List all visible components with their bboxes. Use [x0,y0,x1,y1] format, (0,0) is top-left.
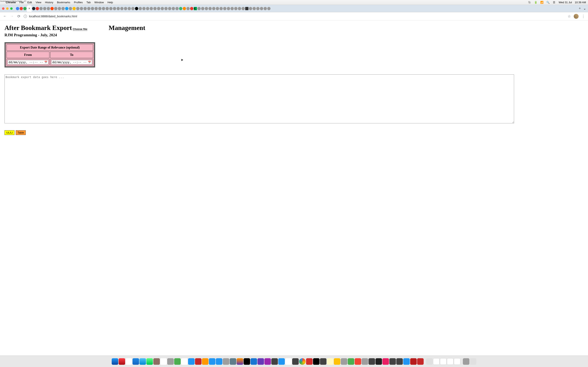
site-info-icon[interactable]: i [24,15,27,18]
wifi-icon[interactable]: 📶 [540,1,544,4]
tab-favicon[interactable] [120,7,123,10]
tab-favicon[interactable] [51,7,54,10]
tab-favicon[interactable] [245,7,249,10]
tab-favicon[interactable] [186,7,190,10]
tab-favicon[interactable] [98,7,102,10]
tab-favicon[interactable] [61,7,65,10]
tab-favicon[interactable] [47,7,50,10]
address-bar[interactable]: i localhost:8888/dated_bookmarks.html [24,15,565,18]
tab-favicon[interactable] [131,7,135,10]
from-datetime-input[interactable]: dd/mm/yyyy, --:-- -- 📅 [8,60,48,64]
tab-favicon[interactable] [175,7,179,10]
tab-favicon[interactable] [219,7,223,10]
tab-favicon[interactable] [252,7,256,10]
battery-icon[interactable]: 🔋 [534,1,537,4]
tab-favicon[interactable] [95,7,98,10]
tab-favicon[interactable] [183,7,186,10]
tab-favicon[interactable] [58,7,61,10]
tab-favicon[interactable] [124,7,127,10]
tab-favicon[interactable] [80,7,83,10]
menu-tab[interactable]: Tab [86,1,91,4]
tab-favicon[interactable] [65,7,68,10]
chrome-menu-icon[interactable]: ⋮ [581,14,585,18]
ulli-button[interactable]: UL/LI [4,130,15,135]
control-center-icon[interactable]: ☰ [553,1,556,4]
menu-help[interactable]: Help [108,1,113,4]
menu-view[interactable]: View [35,1,41,4]
back-button[interactable]: ← [3,14,7,18]
reload-button[interactable]: ⟳ [17,14,21,18]
tab-favicon[interactable] [16,7,19,10]
menubar-time[interactable]: 10:39 AM [575,1,586,4]
tab-favicon[interactable] [227,7,230,10]
tab-favicon[interactable] [256,7,259,10]
tab-favicon[interactable] [105,7,109,10]
tab-favicon[interactable] [91,7,94,10]
choose-files-button[interactable]: Choose files [73,27,87,31]
tab-favicon[interactable] [39,7,43,10]
tab-favicon[interactable] [238,7,241,10]
tab-favicon[interactable] [205,7,208,10]
tab-favicon[interactable] [267,7,270,10]
menu-profiles[interactable]: Profiles [74,1,83,4]
tab-favicon[interactable] [179,7,182,10]
maximize-window-button[interactable] [10,7,13,10]
tab-favicon[interactable] [54,7,57,10]
spotlight-icon[interactable]: 🔍 [546,1,550,4]
minimize-window-button[interactable] [6,7,9,10]
active-tab[interactable]: ✕ [27,5,32,12]
tab-favicon[interactable] [43,7,46,10]
tab-favicon[interactable] [264,7,267,10]
new-tab-button[interactable]: + [577,6,582,11]
mamp-icon[interactable]: 🐘 [528,1,531,4]
tab-favicon[interactable] [172,7,175,10]
to-datetime-input[interactable]: dd/mm/yyyy, --:-- -- 📅 [51,60,92,64]
tab-favicon[interactable] [72,7,76,10]
tab-favicon[interactable] [32,7,35,10]
tab-favicon[interactable] [260,7,263,10]
calendar-icon[interactable]: 📅 [88,61,91,64]
calendar-icon[interactable]: 📅 [44,61,47,64]
tab-favicon[interactable] [150,7,153,10]
tab-favicon[interactable] [84,7,87,10]
tab-favicon[interactable] [223,7,226,10]
tab-favicon[interactable] [20,7,23,10]
tab-favicon[interactable] [168,7,171,10]
menu-edit[interactable]: Edit [27,1,32,4]
tab-favicon[interactable] [102,7,105,10]
tab-favicon[interactable] [201,7,204,10]
tab-favicon[interactable] [87,7,90,10]
tab-favicon[interactable] [234,7,237,10]
tab-favicon[interactable] [161,7,164,10]
menubar-date[interactable]: Wed 31 Jul [559,1,572,4]
bookmark-data-textarea[interactable] [4,75,514,123]
tab-favicon[interactable] [36,7,39,10]
tab-favicon[interactable] [216,7,219,10]
tab-favicon[interactable] [249,7,252,10]
close-window-button[interactable] [2,7,4,10]
forward-button[interactable]: → [10,14,14,18]
tab-favicon[interactable] [135,7,138,10]
tab-favicon[interactable] [113,7,116,10]
tab-favicon[interactable] [164,7,168,10]
tab-favicon[interactable] [142,7,146,10]
tab-favicon[interactable]: K [194,7,197,10]
tab-favicon[interactable] [231,7,234,10]
tab-favicon[interactable] [117,7,120,10]
tab-favicon[interactable] [109,7,112,10]
tab-favicon[interactable] [146,7,149,10]
tab-favicon[interactable] [208,7,212,10]
tab-overflow-icon[interactable]: ⌄ [583,7,586,10]
tab-favicon[interactable] [190,7,193,10]
tab-favicon[interactable] [153,7,156,10]
bookmark-star-icon[interactable]: ☆ [568,14,571,18]
table-button[interactable]: Table [16,130,26,135]
menu-history[interactable]: History [45,1,53,4]
tab-favicon[interactable] [242,7,245,10]
profile-avatar[interactable] [574,14,579,19]
tab-close-icon[interactable]: ✕ [28,7,30,10]
tab-favicon[interactable] [157,7,160,10]
tab-favicon[interactable] [128,7,131,10]
tab-favicon[interactable] [76,7,79,10]
tab-favicon[interactable] [139,7,142,10]
